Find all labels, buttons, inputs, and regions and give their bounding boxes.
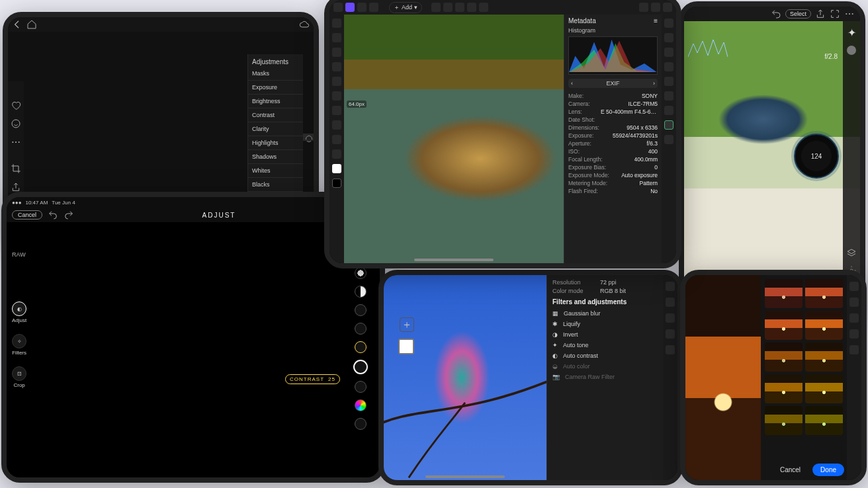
adjustment-item[interactable]: Clarity — [248, 122, 303, 136]
share-icon[interactable] — [11, 182, 21, 192]
fx-icon[interactable] — [664, 62, 673, 71]
filter-item[interactable]: ◑Invert — [552, 329, 658, 340]
color-swatch-secondary[interactable] — [332, 179, 341, 188]
adjustment-item[interactable]: Exposure — [248, 81, 303, 95]
tool-icon[interactable] — [431, 3, 441, 12]
exposure-icon[interactable] — [355, 267, 367, 279]
pointer-icon[interactable] — [467, 3, 476, 12]
color-swatch[interactable] — [332, 164, 341, 173]
shadows-icon[interactable] — [355, 323, 367, 335]
clone-icon[interactable] — [332, 106, 341, 115]
pen-icon[interactable] — [332, 48, 341, 57]
chevron-right-icon[interactable]: › — [653, 80, 655, 87]
select-button[interactable]: Select — [785, 9, 811, 19]
menu-icon[interactable] — [663, 3, 672, 12]
preset-thumb[interactable] — [805, 279, 843, 308]
brush-icon[interactable] — [479, 3, 488, 12]
lock-icon[interactable] — [666, 298, 675, 307]
current-ring-icon[interactable] — [353, 360, 368, 374]
mode-crop[interactable]: ⊡Crop — [12, 366, 26, 388]
mask-icon[interactable] — [849, 345, 859, 354]
filter-item[interactable]: ▦Gaussian blur — [552, 308, 658, 319]
brush-icon[interactable] — [332, 62, 341, 71]
fullscreen-icon[interactable] — [830, 9, 840, 19]
adjustment-item[interactable]: Blacks — [248, 178, 303, 192]
preset-thumb[interactable] — [805, 374, 843, 403]
panel-menu-icon[interactable]: ≡ — [654, 17, 658, 24]
adjust-dial[interactable]: 124 — [794, 134, 839, 179]
add-layer-button[interactable]: ＋ — [400, 317, 414, 332]
tool-icon[interactable] — [357, 3, 367, 12]
heart-icon[interactable] — [11, 100, 21, 110]
help-icon[interactable] — [664, 135, 673, 144]
metadata-icon[interactable] — [664, 120, 673, 130]
cancel-button[interactable]: Cancel — [12, 210, 42, 220]
adjustment-item[interactable]: Whites — [248, 164, 303, 178]
home-icon[interactable] — [26, 19, 37, 30]
sparkle-icon[interactable]: ✦ — [847, 26, 856, 39]
adjustment-item[interactable]: Contrast — [248, 108, 303, 122]
adjustment-item[interactable]: Masks — [248, 67, 303, 81]
history-icon[interactable] — [664, 77, 673, 86]
share-icon[interactable] — [815, 9, 826, 19]
layer-swatch[interactable] — [398, 339, 414, 354]
crop-icon[interactable] — [849, 298, 859, 307]
grey-dot-icon[interactable] — [847, 46, 856, 55]
redo-icon[interactable] — [64, 210, 74, 220]
channels-icon[interactable] — [664, 33, 673, 42]
undo-icon[interactable] — [771, 9, 781, 19]
tool-icon[interactable] — [333, 3, 343, 12]
cancel-button[interactable]: Cancel — [773, 464, 807, 476]
fill-icon[interactable] — [332, 91, 341, 101]
smile-icon[interactable] — [11, 118, 21, 129]
eraser-icon[interactable] — [332, 77, 341, 86]
more-icon[interactable] — [844, 9, 855, 19]
heal-icon[interactable] — [332, 120, 341, 130]
mode-filters[interactable]: ✧Filters — [12, 334, 26, 356]
adjustment-item[interactable]: Highlights — [248, 136, 303, 150]
preset-thumb[interactable] — [805, 311, 843, 340]
text-icon[interactable] — [664, 91, 673, 101]
layers-icon[interactable] — [846, 248, 857, 259]
highlights-icon[interactable] — [355, 304, 367, 316]
contrast-icon[interactable] — [355, 341, 367, 353]
text-icon[interactable] — [332, 135, 341, 144]
warmth-icon[interactable] — [355, 418, 367, 430]
shape-icon[interactable] — [332, 149, 341, 159]
crop-icon[interactable] — [11, 163, 21, 174]
filter-item[interactable]: ◐Auto contrast — [552, 350, 658, 361]
eye-icon[interactable] — [666, 282, 675, 291]
blackpoint-icon[interactable] — [355, 381, 367, 393]
photo-canvas[interactable]: 64.0px — [344, 15, 564, 263]
tool-icon[interactable] — [455, 3, 464, 12]
layers-icon[interactable] — [664, 19, 673, 28]
preset-thumb[interactable] — [765, 311, 803, 340]
mode-adjust[interactable]: ◐Adjust — [12, 302, 26, 323]
chevron-left-icon[interactable]: ‹ — [571, 80, 573, 87]
preset-thumb[interactable] — [765, 343, 803, 372]
more-icon[interactable] — [369, 3, 378, 12]
adjust-icon[interactable] — [664, 48, 673, 57]
adjustment-item[interactable]: Brightness — [248, 95, 303, 108]
preset-thumb[interactable] — [805, 343, 843, 372]
add-button[interactable]: ＋Add▾ — [389, 2, 422, 13]
more-icon[interactable] — [11, 137, 21, 147]
search-icon[interactable] — [639, 3, 648, 12]
select-icon[interactable] — [332, 33, 341, 42]
more-icon[interactable] — [666, 345, 675, 354]
undo-icon[interactable] — [48, 210, 58, 220]
adjustment-item[interactable]: Shadows — [248, 150, 303, 164]
filter-item[interactable]: ✱Liquify — [552, 319, 658, 329]
photo-canvas[interactable]: ＋ — [384, 275, 546, 480]
hand-icon[interactable] — [651, 3, 660, 12]
exif-header[interactable]: ‹ EXIF › — [568, 79, 658, 88]
filter-item[interactable]: ✦Auto tone — [552, 340, 658, 350]
heal-icon[interactable] — [849, 329, 859, 339]
tool-icon[interactable] — [443, 3, 453, 12]
adjust-icon[interactable] — [849, 282, 859, 291]
photo-canvas[interactable] — [685, 275, 761, 480]
slider-row[interactable] — [303, 140, 314, 141]
brilliance-icon[interactable] — [355, 286, 367, 298]
done-button[interactable]: Done — [812, 464, 844, 476]
preset-thumb[interactable] — [765, 279, 803, 308]
